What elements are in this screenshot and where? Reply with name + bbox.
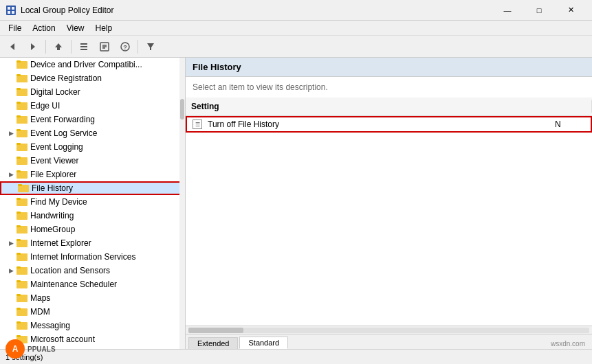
- tree-item-edge-ui[interactable]: Edge UI: [0, 99, 185, 113]
- folder-icon: [17, 128, 28, 139]
- toolbar: ?: [0, 36, 592, 58]
- svg-rect-46: [17, 239, 21, 241]
- tree-item-homegroup[interactable]: HomeGroup: [0, 223, 185, 236]
- svg-rect-54: [17, 294, 21, 296]
- tree-item-device-reg[interactable]: Device Registration: [0, 71, 185, 85]
- svg-rect-1: [8, 7, 10, 10]
- tree-label: File Explorer: [30, 170, 76, 179]
- svg-marker-7: [55, 43, 62, 50]
- h-scrollbar[interactable]: [186, 326, 592, 334]
- folder-icon: [18, 183, 29, 194]
- settings-row-turn-off[interactable]: ☰ Turn off File History N: [186, 116, 592, 133]
- up-button[interactable]: [49, 38, 68, 56]
- title-bar: Local Group Policy Editor — □ ✕: [0, 0, 592, 21]
- tab-extended[interactable]: Extended: [188, 337, 238, 349]
- h-scroll-track: [188, 328, 589, 333]
- folder-icon: [17, 87, 28, 98]
- settings-table: Setting ☰ Turn off File History N: [186, 98, 592, 326]
- tree-item-device-compat[interactable]: Device and Driver Compatibi...: [0, 58, 185, 71]
- settings-header: Setting: [186, 98, 592, 116]
- folder-icon: [17, 265, 28, 276]
- tree-label: Event Viewer: [30, 156, 78, 166]
- menu-view[interactable]: View: [61, 22, 90, 34]
- toolbar-separator-2: [71, 40, 72, 54]
- setting-label: Turn off File History: [208, 120, 279, 129]
- svg-rect-40: [17, 198, 21, 200]
- status-bar: 1 setting(s): [0, 349, 592, 364]
- folder-icon: [17, 59, 28, 70]
- h-scroll-thumb[interactable]: [188, 328, 243, 333]
- tree-item-iis[interactable]: Internet Information Services: [0, 250, 185, 264]
- svg-rect-58: [17, 321, 21, 323]
- tree-item-messaging[interactable]: Messaging: [0, 319, 185, 332]
- expand-icon: [6, 155, 17, 166]
- tree-item-file-explorer[interactable]: ▶ File Explorer: [0, 168, 185, 181]
- expand-icon: [6, 100, 17, 111]
- folder-icon: [17, 306, 28, 317]
- svg-rect-60: [17, 335, 21, 337]
- menu-help[interactable]: Help: [90, 22, 118, 34]
- tree-item-digital-locker[interactable]: Digital Locker: [0, 85, 185, 99]
- folder-icon: [17, 100, 28, 111]
- svg-marker-17: [147, 43, 154, 50]
- forward-button[interactable]: [23, 38, 43, 56]
- expand-icon: [6, 114, 17, 125]
- expand-icon: [6, 87, 17, 98]
- menu-action[interactable]: Action: [27, 22, 61, 34]
- folder-icon: [17, 210, 28, 221]
- expand-icon: [6, 210, 17, 221]
- maximize-button[interactable]: □: [523, 0, 555, 21]
- panel-description: Select an item to view its description.: [186, 77, 592, 98]
- expand-icon: [6, 59, 17, 70]
- close-button[interactable]: ✕: [555, 0, 586, 21]
- svg-marker-5: [10, 43, 14, 50]
- col-setting: Setting: [186, 100, 592, 113]
- svg-rect-8: [80, 43, 87, 45]
- expand-icon: [6, 224, 17, 235]
- menu-file[interactable]: File: [3, 22, 27, 34]
- tree-item-maps[interactable]: Maps: [0, 291, 185, 305]
- tree-item-file-history[interactable]: File History: [0, 181, 185, 195]
- back-button[interactable]: [3, 38, 22, 56]
- tree-item-location-sensors[interactable]: ▶ Location and Sensors: [0, 264, 185, 277]
- show-hide-btn[interactable]: [74, 38, 94, 56]
- folder-icon: [17, 141, 28, 152]
- svg-rect-48: [17, 253, 21, 255]
- tree-item-event-viewer[interactable]: Event Viewer: [0, 154, 185, 168]
- folder-icon: [17, 238, 28, 249]
- tree-item-find-my-device[interactable]: Find My Device: [0, 195, 185, 209]
- expand-icon: [6, 279, 17, 290]
- tree-label: Maps: [30, 293, 50, 303]
- svg-rect-2: [12, 7, 14, 10]
- tree-item-mdm[interactable]: MDM: [0, 305, 185, 319]
- tree-item-maintenance[interactable]: Maintenance Scheduler: [0, 277, 185, 291]
- expand-icon: [6, 141, 17, 152]
- menu-bar: File Action View Help: [0, 21, 592, 36]
- svg-rect-10: [80, 49, 87, 50]
- right-panel: File History Select an item to view its …: [186, 58, 592, 349]
- folder-icon: [17, 293, 28, 304]
- tab-standard[interactable]: Standard: [239, 337, 288, 349]
- expand-icon: [6, 306, 17, 317]
- svg-rect-44: [17, 225, 21, 227]
- tree-label: Event Forwarding: [30, 115, 95, 124]
- folder-icon: [17, 224, 28, 235]
- svg-rect-38: [18, 184, 22, 186]
- tree-label: Internet Information Services: [30, 252, 135, 262]
- logo-area: A PPUALS: [6, 339, 56, 359]
- minimize-button[interactable]: —: [492, 0, 523, 21]
- tree-item-internet-explorer[interactable]: ▶ Internet Explorer: [0, 236, 185, 250]
- tree-item-event-forwarding[interactable]: Event Forwarding: [0, 113, 185, 126]
- filter-btn[interactable]: [141, 38, 160, 56]
- tree-item-handwriting[interactable]: Handwriting: [0, 209, 185, 223]
- tree-item-event-logging[interactable]: Event Logging: [0, 140, 185, 154]
- svg-rect-28: [17, 115, 21, 117]
- properties-btn[interactable]: [95, 38, 114, 56]
- tree-scrollbar[interactable]: [179, 58, 185, 349]
- tree-item-event-log-service[interactable]: ▶ Event Log Service: [0, 126, 185, 140]
- help-btn[interactable]: ?: [116, 38, 135, 56]
- svg-rect-22: [17, 74, 21, 76]
- folder-icon: [17, 155, 28, 166]
- tree-label: Maintenance Scheduler: [30, 280, 117, 289]
- svg-rect-50: [17, 266, 21, 269]
